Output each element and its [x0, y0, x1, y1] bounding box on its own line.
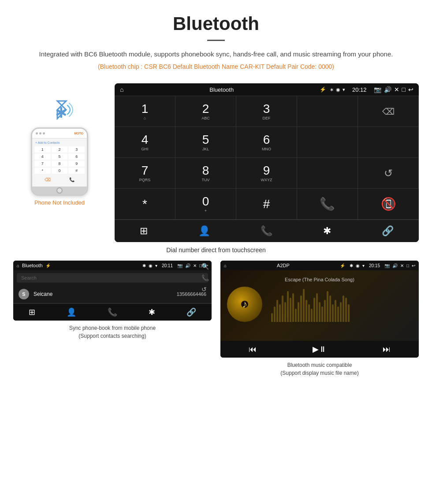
car-contacts-icon[interactable]: 👤 — [198, 225, 210, 237]
car-bottom-bar: ⊞ 👤 📞 ✱ 🔗 — [115, 220, 419, 242]
music-play-icon[interactable]: ▶⏸ — [313, 344, 327, 354]
car-camera-icon[interactable]: 📷 — [374, 86, 381, 93]
music-viz-bar — [335, 300, 336, 322]
car-x-icon[interactable]: ✕ — [394, 86, 399, 93]
music-viz-bar — [279, 304, 281, 322]
music-time: 20:15 — [369, 263, 380, 268]
car-right-icons: 📷 🔊 ✕ □ ↩ — [374, 86, 413, 93]
phone-key-5: 5 — [52, 153, 68, 160]
car-volume-icon[interactable]: 🔊 — [384, 86, 391, 93]
music-viz-bar — [343, 295, 344, 322]
dial-key-hash[interactable]: # — [236, 189, 297, 220]
music-viz-bar — [321, 306, 323, 322]
car-status-bar: ⌂ Bluetooth ⚡ ∗ ◉ ▾ 20:12 📷 🔊 ✕ □ ↩ — [115, 83, 419, 96]
phone-key-8: 8 — [52, 161, 68, 167]
dial-key-star[interactable]: * — [115, 189, 175, 220]
header-divider — [207, 40, 225, 41]
dial-key-9[interactable]: 9 WXYZ — [236, 158, 297, 189]
phone-key-7: 7 — [34, 161, 51, 167]
dial-key-0[interactable]: 0 + — [175, 189, 236, 220]
bottom-row: ⌂ Bluetooth ⚡ ✱ ◉ ▾ 20:11 📷 🔊 ✕ □ ↩ Sear… — [0, 261, 432, 377]
dial-key-3[interactable]: 3 DEF — [236, 96, 297, 127]
music-sq-icon[interactable]: □ — [406, 263, 409, 268]
car-link-icon[interactable]: 🔗 — [382, 225, 394, 237]
pb-home-icon[interactable]: ⌂ — [17, 263, 19, 268]
car-location-icon: ◉ — [336, 87, 340, 93]
pb-vol-icon[interactable]: 🔊 — [185, 263, 190, 268]
bt-signal-icon: ∗ — [42, 97, 77, 123]
phone-key-3: 3 — [68, 146, 85, 153]
phone-screen: + Add to Contacts 1 2 3 4 5 6 7 8 9 * 0 … — [32, 138, 87, 187]
music-song-title: Escape (The Pina Colada Song) — [285, 277, 354, 282]
header-specs: (Bluetooth chip : CSR BC6 Default Blueto… — [9, 63, 423, 70]
car-dialpad-icon[interactable]: ⊞ — [140, 225, 148, 237]
pb-side-icons: 🔍 📞 ↺ — [199, 273, 212, 283]
music-vol-icon[interactable]: 🔊 — [392, 263, 398, 268]
dial-call-button[interactable]: 📞 — [297, 189, 358, 220]
dial-end-button[interactable]: 📵 — [358, 189, 419, 220]
music-viz-bar — [345, 298, 347, 322]
music-viz-bar — [271, 313, 273, 322]
pb-phone-icon[interactable]: 📞 — [201, 274, 209, 281]
car-status-icons: ∗ ◉ ▾ — [330, 87, 345, 93]
pb-usb-icon: ⚡ — [45, 263, 51, 268]
phone-area: ∗ MOTO + Add to Contacts 1 2 3 — [13, 83, 106, 206]
pb-search-placeholder: Search — [21, 275, 37, 280]
dial-key-4[interactable]: 4 GHI — [115, 127, 175, 158]
music-back-icon[interactable]: ↩ — [412, 263, 415, 268]
dial-key-6[interactable]: 6 MNO — [236, 127, 297, 158]
dial-key-1[interactable]: 1 ⌂ — [115, 96, 175, 127]
music-viz-bar — [319, 302, 320, 322]
car-screen-area: ⌂ Bluetooth ⚡ ∗ ◉ ▾ 20:12 📷 🔊 ✕ □ ↩ — [115, 83, 419, 242]
car-home-icon[interactable]: ⌂ — [120, 86, 123, 93]
phone-key-4: 4 — [34, 153, 51, 160]
phonebook-caption: Sync phone-book from mobile phone(Suppor… — [13, 324, 212, 340]
dial-empty-4 — [297, 127, 358, 158]
music-next-icon[interactable]: ⏭ — [383, 345, 391, 354]
pb-dialpad-icon[interactable]: ⊞ — [29, 307, 35, 317]
dial-key-2[interactable]: 2 ABC — [175, 96, 236, 127]
dial-redial[interactable]: ↺ — [358, 158, 419, 189]
car-bt-icon: ∗ — [330, 87, 334, 93]
music-status-bar: ⌂ A2DP ⚡ ✱ ◉ ▾ 20:15 📷 🔊 ✕ □ ↩ — [220, 261, 419, 270]
pb-x-icon[interactable]: ✕ — [193, 263, 197, 268]
music-bt-icon: ✱ — [350, 263, 353, 268]
pb-title: Bluetooth — [22, 263, 42, 268]
car-back-icon[interactable]: ↩ — [408, 86, 413, 93]
phone-key-1: 1 — [34, 146, 51, 153]
music-viz-bar — [287, 291, 289, 322]
pb-contacts-icon[interactable]: 👤 — [67, 307, 76, 317]
pb-refresh-icon[interactable]: ↺ — [201, 286, 209, 293]
phone-dot-2 — [39, 132, 41, 134]
car-square-icon[interactable]: □ — [402, 86, 406, 93]
dial-key-8[interactable]: 8 TUV — [175, 158, 236, 189]
car-bt-title: Bluetooth — [127, 86, 316, 93]
phone-call-icon: 📞 — [69, 177, 74, 182]
music-viz-bar — [329, 295, 331, 322]
music-viz-bar — [313, 298, 315, 322]
pb-contact-row: S Seicane 13566664466 — [13, 285, 212, 303]
phone-key-star: * — [34, 168, 51, 174]
music-viz-bar — [348, 304, 350, 322]
music-home-icon[interactable]: ⌂ — [224, 263, 227, 268]
pb-search-bar[interactable]: Search — [17, 273, 208, 283]
dial-key-5[interactable]: 5 JKL — [175, 127, 236, 158]
music-viz-bar — [295, 309, 297, 322]
pb-bt-bottom-icon[interactable]: ✱ — [149, 307, 155, 317]
music-viz-bar — [308, 304, 310, 322]
car-calls-icon[interactable]: 📞 — [261, 225, 272, 237]
music-camera-icon[interactable]: 📷 — [384, 263, 390, 268]
music-visualizer — [271, 287, 412, 322]
pb-calls-icon[interactable]: 📞 — [108, 307, 117, 317]
music-viz-bar — [340, 302, 342, 322]
pb-link-icon[interactable]: 🔗 — [186, 307, 196, 317]
pb-search-icon[interactable]: 🔍 — [201, 263, 209, 270]
dial-key-7[interactable]: 7 PQRS — [115, 158, 175, 189]
pb-camera-icon[interactable]: 📷 — [177, 263, 182, 268]
car-bluetooth-icon[interactable]: ✱ — [323, 225, 331, 237]
music-prev-icon[interactable]: ⏮ — [249, 345, 257, 354]
music-x-icon[interactable]: ✕ — [400, 263, 404, 268]
dial-backspace[interactable]: ⌫ — [358, 96, 419, 127]
dial-empty-6 — [297, 158, 358, 189]
pb-loc-icon: ◉ — [149, 263, 153, 268]
